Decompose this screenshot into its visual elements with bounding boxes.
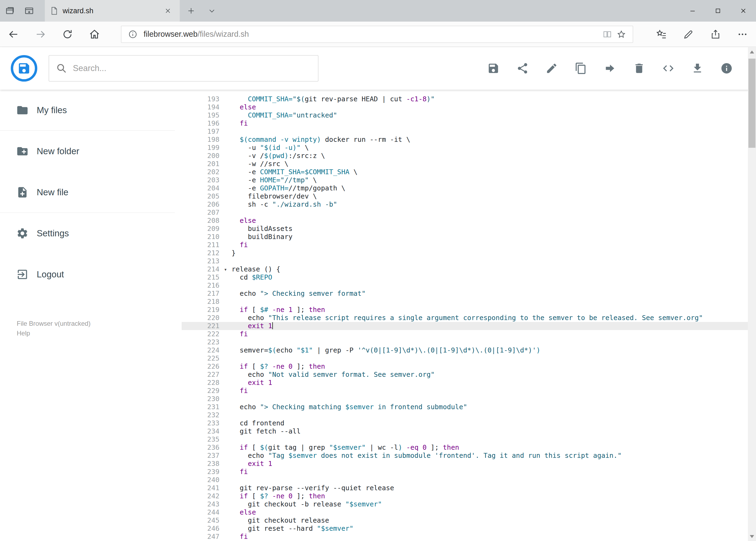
- code-line[interactable]: 237 echo "Tag $semver does not exist in …: [182, 452, 748, 460]
- code-line[interactable]: 203 -e HOME="//tmp" \: [182, 176, 748, 184]
- code-editor[interactable]: 193 COMMIT_SHA="$(git rev-parse HEAD | c…: [175, 90, 748, 541]
- code-line[interactable]: 218: [182, 297, 748, 306]
- annotate-pen-icon[interactable]: [675, 22, 702, 47]
- scroll-down-icon[interactable]: [748, 532, 756, 541]
- delete-trash-icon[interactable]: [633, 62, 645, 75]
- code-line[interactable]: 219 if [ $# -ne 1 ]; then: [182, 306, 748, 314]
- scrollbar-thumb[interactable]: [748, 59, 755, 148]
- code-line[interactable]: 239 fi: [182, 468, 748, 476]
- code-editor-icon[interactable]: [662, 62, 674, 75]
- back-icon[interactable]: [0, 22, 27, 47]
- address-bar[interactable]: filebrowser.web/files/wizard.sh: [121, 26, 633, 43]
- close-button[interactable]: [731, 0, 756, 22]
- sidebar-item-settings[interactable]: Settings: [0, 213, 175, 254]
- sidebar-item-my-files[interactable]: My files: [0, 90, 175, 131]
- code-line[interactable]: 201 -w //src \: [182, 160, 748, 168]
- fold-marker-icon[interactable]: ▾: [219, 265, 232, 273]
- save-icon[interactable]: [487, 62, 500, 75]
- code-line[interactable]: 228 exit 1: [182, 379, 748, 387]
- vertical-scrollbar[interactable]: [748, 47, 756, 541]
- code-line[interactable]: 195 COMMIT_SHA="untracked": [182, 111, 748, 119]
- code-line[interactable]: 200 -v /$(pwd):/src:z \: [182, 152, 748, 160]
- search-input[interactable]: [73, 64, 294, 73]
- scroll-up-icon[interactable]: [748, 47, 756, 56]
- filebrowser-logo[interactable]: [10, 55, 38, 82]
- code-line[interactable]: 217 echo "> Checking semver format": [182, 289, 748, 297]
- sidebar-item-logout[interactable]: Logout: [0, 254, 175, 295]
- code-line[interactable]: 194 else: [182, 103, 748, 111]
- info-icon[interactable]: [720, 62, 733, 75]
- code-line[interactable]: 227 echo "Not valid semver format. See s…: [182, 370, 748, 379]
- code-line[interactable]: 196 fi: [182, 119, 748, 128]
- code-line[interactable]: 216: [182, 281, 748, 289]
- code-line[interactable]: 236 if [ $(git tag | grep "$semver" | wc…: [182, 443, 748, 452]
- code-line[interactable]: 209 buildAssets: [182, 225, 748, 233]
- code-line[interactable]: 235: [182, 435, 748, 443]
- code-line[interactable]: 225: [182, 354, 748, 362]
- rename-pencil-icon[interactable]: [546, 62, 558, 75]
- code-line[interactable]: 221 exit 1: [182, 322, 748, 330]
- code-line[interactable]: 199 -u "$(id -u)" \: [182, 144, 748, 152]
- code-line[interactable]: 211 fi: [182, 241, 748, 249]
- code-line[interactable]: 243 git checkout -b release "$semver": [182, 500, 748, 508]
- home-icon[interactable]: [81, 22, 108, 47]
- code-line[interactable]: 204 -e GOPATH=//tmp/gopath \: [182, 184, 748, 192]
- new-tab-button[interactable]: [180, 0, 202, 22]
- search-bar[interactable]: [49, 55, 319, 82]
- code-line[interactable]: 193 COMMIT_SHA="$(git rev-parse HEAD | c…: [182, 95, 748, 103]
- tab-close-icon[interactable]: [162, 5, 174, 17]
- refresh-icon[interactable]: [54, 22, 81, 47]
- copy-icon[interactable]: [575, 62, 587, 75]
- code-line[interactable]: 242 if [ $? -ne 0 ]; then: [182, 492, 748, 500]
- share-page-icon[interactable]: [702, 22, 729, 47]
- code-line[interactable]: 198 $(command -v winpty) docker run --rm…: [182, 136, 748, 144]
- share-icon[interactable]: [516, 62, 529, 75]
- download-icon[interactable]: [691, 62, 704, 75]
- code-line[interactable]: 197: [182, 128, 748, 136]
- code-line[interactable]: 223: [182, 338, 748, 346]
- code-line[interactable]: 205 filebrowser/dev \: [182, 192, 748, 201]
- set-tabs-aside-icon[interactable]: [0, 0, 19, 22]
- code-line[interactable]: 245 git checkout release: [182, 516, 748, 525]
- code-line[interactable]: 232: [182, 411, 748, 419]
- code-line[interactable]: 229 fi: [182, 387, 748, 395]
- code-line[interactable]: 244 else: [182, 508, 748, 516]
- code-line[interactable]: 222 fi: [182, 330, 748, 338]
- code-line[interactable]: 208 else: [182, 217, 748, 225]
- code-line[interactable]: 238 exit 1: [182, 460, 748, 468]
- tab-previews-icon[interactable]: [19, 0, 39, 22]
- code-line[interactable]: 207: [182, 209, 748, 217]
- browser-tab[interactable]: wizard.sh: [45, 0, 180, 22]
- code-line[interactable]: 231 echo "> Checking matching $semver in…: [182, 403, 748, 411]
- code-line[interactable]: 230: [182, 395, 748, 403]
- code-line[interactable]: 220 echo "This release script requires a…: [182, 314, 748, 322]
- code-line[interactable]: 226 if [ $? -ne 0 ]; then: [182, 362, 748, 370]
- code-line[interactable]: 214▾release () {: [182, 265, 748, 273]
- code-line[interactable]: 246 git reset --hard "$semver": [182, 525, 748, 533]
- code-line[interactable]: 240: [182, 476, 748, 484]
- move-icon[interactable]: [604, 62, 616, 75]
- more-options-icon[interactable]: [729, 22, 756, 47]
- code-line[interactable]: 224 semver=$(echo "$1" | grep -P '^v(0|[…: [182, 346, 748, 354]
- help-link[interactable]: Help: [17, 328, 91, 338]
- code-line[interactable]: 206 sh -c "./wizard.sh -b": [182, 201, 748, 209]
- site-info-icon[interactable]: [126, 30, 140, 39]
- reading-view-icon[interactable]: [600, 30, 614, 39]
- minimize-button[interactable]: [680, 0, 705, 22]
- sidebar-item-new-file[interactable]: New file: [0, 172, 175, 213]
- tab-list-chevron-icon[interactable]: [202, 0, 221, 22]
- sidebar-item-new-folder[interactable]: New folder: [0, 131, 175, 172]
- favorite-star-icon[interactable]: [614, 30, 629, 39]
- code-line[interactable]: 210 buildBinary: [182, 233, 748, 241]
- forward-icon[interactable]: [27, 22, 54, 47]
- hub-favorites-icon[interactable]: [648, 22, 675, 47]
- maximize-button[interactable]: [705, 0, 731, 22]
- code-line[interactable]: 247 fi: [182, 533, 748, 541]
- code-line[interactable]: 202 -e COMMIT_SHA=$COMMIT_SHA \: [182, 168, 748, 176]
- code-line[interactable]: 241 git rev-parse --verify --quiet relea…: [182, 484, 748, 492]
- code-line[interactable]: 233 cd frontend: [182, 419, 748, 427]
- code-line[interactable]: 213: [182, 257, 748, 265]
- code-line[interactable]: 234 git fetch --all: [182, 427, 748, 435]
- code-line[interactable]: 215 cd $REPO: [182, 273, 748, 281]
- code-line[interactable]: 212}: [182, 249, 748, 257]
